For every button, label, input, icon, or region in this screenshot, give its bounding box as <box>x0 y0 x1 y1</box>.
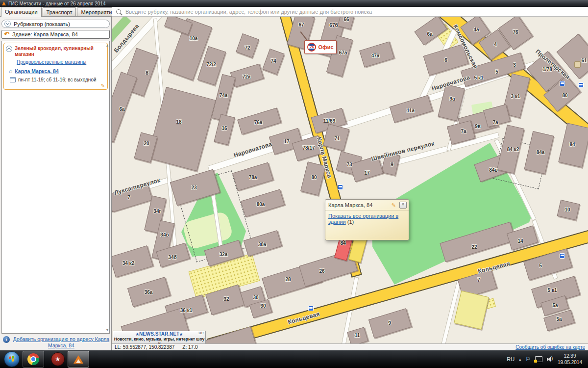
chevron-down-icon <box>4 21 11 27</box>
building-label: 7а <box>492 120 498 125</box>
building-label: 84 к2 <box>507 147 519 152</box>
org-list-panel: Зеленый крокодил, кулинарный магазин Про… <box>1 41 110 334</box>
map-building <box>147 87 216 171</box>
popup-org-count: (1) <box>347 219 354 225</box>
building-label: 9 <box>391 162 393 167</box>
tray-date: 19.05.2014 <box>558 359 582 366</box>
network-icon[interactable] <box>535 356 542 362</box>
gis-app-icon <box>74 355 83 364</box>
billboard-76-office[interactable]: 76 Офис <box>304 40 337 54</box>
building-label: 18 <box>176 119 181 125</box>
building-label: 32 <box>223 296 229 302</box>
ad-title: ★NEWS.STAR.NET★ 18+ <box>113 331 205 337</box>
map-canvas[interactable]: БолдыреваНаровчатоваНаровчатоваКарла Мар… <box>112 17 588 343</box>
building-label: 61 <box>581 58 587 63</box>
building-label: 67б <box>329 23 338 28</box>
taskbar-chrome-button[interactable] <box>23 351 44 368</box>
org-hours: пн-пт 11-19; сб 11-16; вс выходной <box>18 77 97 82</box>
start-button[interactable] <box>4 351 20 367</box>
search-bar <box>112 7 588 17</box>
taskbar-gis-app-button[interactable] <box>68 351 89 368</box>
tray-expand-icon[interactable]: ▴ <box>519 357 521 362</box>
org-card: Зеленый крокодил, кулинарный магазин Про… <box>3 43 108 90</box>
volume-icon[interactable]: ) <box>547 356 553 362</box>
building-label: 6 <box>444 57 447 63</box>
building-label: 17 <box>364 170 369 176</box>
building-label: 5 к1 <box>474 75 484 80</box>
building-label: 80 <box>311 175 317 180</box>
rubricator-toggle[interactable]: Рубрикатор (показать) <box>1 20 110 28</box>
report-error-link[interactable]: Сообщить об ошибке на карте <box>515 344 585 350</box>
popup-show-orgs-link[interactable]: Показать все организации в здании <box>328 213 398 225</box>
bus-stop-icon[interactable] <box>308 306 314 311</box>
scroll-down-icon[interactable]: ▾ <box>106 328 108 332</box>
ad-banner[interactable]: ★NEWS.STAR.NET★ 18+ Новости, кино, музык… <box>113 331 206 343</box>
ad-line1: Новости, кино, музыка, игры, интернет шо… <box>113 337 205 344</box>
popup-title: Карла Маркса, 84 <box>328 202 392 208</box>
tab-organizations[interactable]: Организации <box>1 7 42 17</box>
edit-icon[interactable]: ✎ <box>101 83 105 88</box>
poi-icon[interactable] <box>574 61 581 68</box>
building-label: 72а <box>243 74 251 79</box>
search-icon <box>116 9 121 14</box>
building-label: 78а <box>249 175 257 180</box>
org-address-link[interactable]: Карла Маркса, 84 <box>15 68 59 74</box>
org-category-link[interactable]: Продовольственные магазины <box>17 59 105 65</box>
star-icon: ★ <box>136 332 139 337</box>
brand-76-icon: 76 <box>307 43 316 52</box>
tray-time: 12:39 <box>558 353 582 359</box>
bus-stop-icon[interactable] <box>338 184 343 190</box>
building-label: 80а <box>257 202 265 207</box>
building-label: 11 <box>355 333 360 338</box>
calendar-icon <box>10 77 16 82</box>
edit-icon[interactable]: ✎ <box>392 202 396 209</box>
building-label: 5 <box>495 69 498 75</box>
building-label: 23 <box>191 185 196 190</box>
building-label: 9а <box>449 96 455 102</box>
taskbar-star-app-icon[interactable]: ★ <box>51 352 65 366</box>
building-label: 22 <box>471 244 477 250</box>
map-building <box>438 84 465 121</box>
building-label: 32а <box>220 252 228 257</box>
building-label: 84 <box>569 142 575 147</box>
building-label: 76 <box>513 29 518 35</box>
scroll-up-icon[interactable]: ▴ <box>106 43 108 48</box>
building-label: 74 <box>270 58 276 64</box>
close-icon[interactable]: × <box>399 202 407 209</box>
windows-logo-icon <box>9 356 15 363</box>
building-label: 30 <box>253 295 258 300</box>
add-org-link[interactable]: Добавить организацию по адресу Карла Мар… <box>12 336 110 349</box>
building-label: 7 <box>477 277 480 283</box>
house-icon: ⌂ <box>9 69 12 74</box>
bus-stop-icon[interactable] <box>560 81 565 86</box>
building-label: 84а <box>537 150 545 155</box>
building-label: 4 <box>494 42 497 47</box>
building-label: 73 <box>346 162 352 167</box>
building-label: 4а <box>473 27 479 32</box>
action-center-flag-icon[interactable]: ⚐ <box>525 356 531 363</box>
system-tray: RU ▴ ⚐ ) 12:39 19.05.2014 <box>507 353 588 366</box>
building-label: 26 <box>319 268 324 274</box>
collapse-icon[interactable] <box>6 46 12 52</box>
building-label: 20 <box>144 141 149 146</box>
billboard-label: Офис <box>318 44 333 50</box>
building-label: 67 <box>298 22 304 27</box>
building-label: 76а <box>254 120 263 125</box>
bus-stop-icon[interactable] <box>560 253 565 259</box>
tab-bar: Организации Транспорт Мероприятия <box>0 7 112 17</box>
building-label: 6а <box>427 31 432 37</box>
language-indicator[interactable]: RU <box>507 356 514 362</box>
building-label: 30 <box>260 303 266 309</box>
search-input[interactable] <box>124 8 588 15</box>
building-row[interactable]: ↶ Здание: Карла Маркса, 84 <box>1 30 110 39</box>
tab-transport[interactable]: Транспорт <box>43 7 76 16</box>
status-zoom-level: Z: 17.0 <box>182 344 197 350</box>
bus-stop-icon[interactable] <box>578 82 584 88</box>
map-building <box>204 326 257 343</box>
building-label: 9в <box>475 124 481 129</box>
clock[interactable]: 12:39 19.05.2014 <box>558 353 582 366</box>
window-titlebar[interactable]: ГИС Метасити - данные от 26 апреля 2014 <box>0 0 588 7</box>
building-label: 9 <box>388 320 391 326</box>
status-coordinates: LL: 59.552877, 150.822387 <box>115 344 174 350</box>
app-icon <box>2 1 6 5</box>
